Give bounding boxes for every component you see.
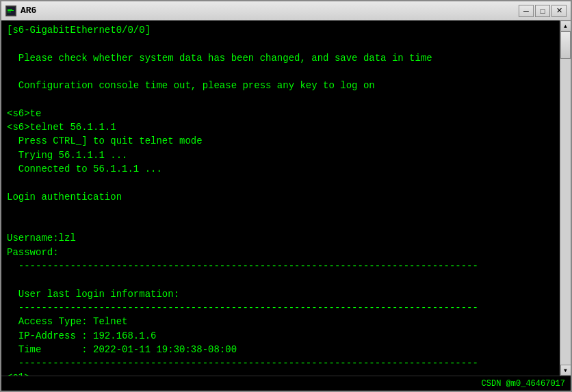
terminal-content[interactable]: [s6-GigabitEthernet0/0/0] Please check w… — [1, 21, 560, 376]
terminal-icon — [5, 5, 16, 16]
svg-rect-2 — [8, 10, 14, 11]
scroll-down-button[interactable]: ▼ — [560, 365, 571, 376]
terminal-area: [s6-GigabitEthernet0/0/0] Please check w… — [1, 21, 571, 376]
scrollbar-thumb[interactable] — [560, 31, 571, 59]
title-bar: AR6 ─ □ ✕ — [1, 1, 571, 21]
title-bar-left: AR6 — [5, 5, 36, 16]
close-button[interactable]: ✕ — [551, 5, 567, 17]
status-bar: CSDN @m0_46467017 — [1, 376, 571, 391]
window-title: AR6 — [21, 5, 36, 16]
minimize-button[interactable]: ─ — [519, 5, 534, 17]
scroll-up-button[interactable]: ▲ — [560, 21, 571, 31]
terminal-window: AR6 ─ □ ✕ [s6-GigabitEthernet0/0/0] Plea… — [0, 0, 572, 392]
status-text: CSDN @m0_46467017 — [482, 379, 565, 389]
restore-button[interactable]: □ — [535, 5, 550, 17]
title-buttons: ─ □ ✕ — [519, 5, 567, 17]
scrollbar[interactable]: ▲ ▼ — [560, 21, 571, 376]
svg-rect-3 — [8, 12, 11, 12]
scrollbar-track[interactable] — [560, 31, 571, 365]
svg-rect-1 — [8, 9, 12, 10]
